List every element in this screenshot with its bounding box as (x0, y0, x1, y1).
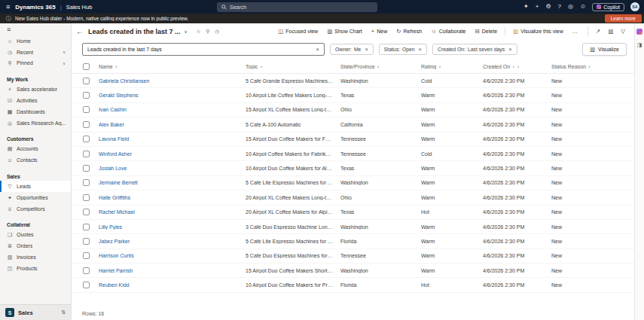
new-button[interactable]: +New (368, 27, 391, 36)
sidebar-item-leads[interactable]: ▽Leads (0, 181, 71, 192)
collaborate-button[interactable]: ☺Collaborate (427, 27, 469, 36)
table-row[interactable]: Josiah Love10 Airpot Duo Coffee Makers f… (72, 161, 634, 175)
sidebar-item-pinned[interactable]: ⚲Pinned∨ (0, 58, 71, 69)
filter-chip-created-on[interactable]: Created On:Last seven days× (432, 44, 517, 55)
person-icon[interactable]: ☺ (580, 4, 586, 10)
row-checkbox[interactable] (83, 194, 90, 201)
remove-chip-icon[interactable]: × (508, 46, 511, 53)
row-checkbox[interactable] (83, 267, 90, 274)
select-all-checkbox[interactable] (83, 63, 90, 70)
sidebar-item-activities[interactable]: ☑Activities (0, 95, 71, 106)
row-checkbox[interactable] (83, 238, 90, 245)
sidebar-item-home[interactable]: ⌂Home (0, 35, 71, 47)
filter-chip-status[interactable]: Status:Open× (379, 44, 427, 55)
avatar[interactable]: SA (630, 2, 639, 11)
column-header-status-reason[interactable]: Status Reason∨ (551, 64, 634, 69)
row-checkbox[interactable] (83, 151, 90, 157)
lead-name-link[interactable]: Ivan Cashin (99, 107, 127, 112)
row-checkbox[interactable] (83, 252, 90, 259)
lead-name-link[interactable]: Rachel Michael (99, 209, 135, 215)
lead-name-link[interactable]: Winford Asher (99, 151, 132, 157)
copilot-pane-icon[interactable] (636, 29, 642, 35)
lead-name-link[interactable]: Lilly Pyles (99, 224, 122, 230)
row-checkbox[interactable] (83, 121, 90, 128)
row-checkbox[interactable] (83, 224, 90, 230)
row-checkbox[interactable] (83, 106, 90, 113)
sidebar-item-contacts[interactable]: ☺Contacts (0, 154, 71, 166)
lead-name-link[interactable]: Harriet Parrish (99, 268, 133, 273)
sidebar-item-recent[interactable]: ◷Recent∨ (0, 47, 71, 58)
lead-name-link[interactable]: Reuben Kidd (99, 282, 129, 288)
row-checkbox[interactable] (83, 136, 90, 142)
table-row[interactable]: Gerald Stephens10 Airpot Lite Coffee Mak… (72, 88, 634, 102)
table-row[interactable]: Winford Asher10 Airpot Coffee Makers for… (72, 147, 634, 161)
sidebar-item-orders[interactable]: ≣Orders (0, 240, 71, 251)
lead-name-link[interactable]: Lavona Field (99, 136, 129, 142)
edit-filters-icon[interactable]: ▽ (618, 26, 628, 36)
row-checkbox[interactable] (83, 165, 90, 172)
table-row[interactable]: Ivan Cashin15 Airpot XL Coffee Makers Lo… (72, 103, 634, 117)
gear-icon[interactable]: ⚙ (545, 4, 551, 10)
column-header-rating[interactable]: Rating∨ (421, 64, 483, 69)
table-row[interactable]: Halle Griffiths20 Airpot XL Coffee Maker… (72, 190, 634, 205)
sidebar-item-products[interactable]: ◫Products (0, 263, 71, 274)
plus-icon[interactable]: + (536, 4, 539, 10)
sidebar-item-invoices[interactable]: ▥Invoices (0, 251, 71, 263)
delete-button[interactable]: ⊟Delete (472, 27, 502, 36)
edit-columns-icon[interactable]: ▥ (605, 26, 616, 36)
sidebar-item-sales-accelerator[interactable]: ⚡Sales accelerator (0, 84, 71, 95)
sidebar-item-opportunities[interactable]: ✦Opportunities (0, 192, 71, 203)
details-pane-icon[interactable]: ◨ (637, 42, 642, 47)
sidebar-item-quotes[interactable]: ❏Quotes (0, 230, 71, 241)
share-icon[interactable]: ↗ (593, 26, 603, 36)
table-row[interactable]: Jabez Parker5 Café Lite Espresso Machine… (72, 234, 634, 248)
recent-icon[interactable]: ◷ (215, 29, 219, 35)
sidebar-collapse-icon[interactable]: ≡ (0, 23, 71, 35)
column-header-created-on[interactable]: Created On↓∨ (483, 64, 551, 69)
column-header-topic[interactable]: Topic∨ (246, 64, 340, 69)
lead-name-link[interactable]: Gerald Stephens (99, 93, 139, 98)
brand-title[interactable]: Dynamics 365 (15, 4, 55, 11)
column-header-state-province[interactable]: State/Province∨ (340, 64, 421, 69)
table-row[interactable]: Lilly Pyles3 Café Duo Espresso Machine L… (72, 220, 634, 234)
refresh-button[interactable]: ↻Refresh (392, 27, 426, 36)
row-checkbox[interactable] (83, 78, 90, 84)
sidebar-item-dashboards[interactable]: ▦Dashboards (0, 106, 71, 117)
learn-more-button[interactable]: Learn more (605, 14, 642, 23)
table-row[interactable]: Harriet Parrish15 Airpot Duo Coffee Make… (72, 264, 634, 278)
table-row[interactable]: Alex Baker5 Café A-100 AutomaticCaliforn… (72, 117, 634, 132)
row-checkbox[interactable] (83, 179, 90, 186)
lead-name-link[interactable]: Jabez Parker (99, 239, 130, 244)
sidebar-item-sales-research-ag[interactable]: ◎Sales Research Ag... (0, 117, 71, 129)
lead-name-link[interactable]: Josiah Love (99, 166, 127, 171)
table-row[interactable]: Harrison Curtis5 Café Duo Espresso Machi… (72, 249, 634, 264)
row-checkbox[interactable] (83, 282, 90, 288)
global-search-box[interactable]: Search (217, 2, 377, 12)
column-header-name[interactable]: Name∨ (99, 64, 246, 69)
lead-name-link[interactable]: Gabriela Christiansen (99, 78, 149, 84)
remove-chip-icon[interactable]: × (365, 46, 368, 53)
more-commands-button[interactable]: … (569, 27, 581, 35)
back-button[interactable]: ← (76, 27, 84, 35)
row-checkbox[interactable] (83, 209, 90, 215)
table-row[interactable]: Jermaine Berrett5 Café Lite Espresso Mac… (72, 176, 634, 190)
lead-name-link[interactable]: Halle Griffiths (99, 195, 130, 200)
table-row[interactable]: Gabriela Christiansen5 Café Grande Espre… (72, 74, 634, 88)
table-row[interactable]: Reuben Kidd10 Airpot Duo Coffee Makers f… (72, 278, 634, 292)
show-chart-button[interactable]: ▥Show Chart (323, 27, 366, 36)
area-switcher[interactable]: S Sales ⇅ (0, 304, 71, 320)
help-icon[interactable]: ? (558, 4, 561, 10)
favorite-icon[interactable]: ☆ (197, 29, 201, 35)
feedback-icon[interactable]: ◎ (568, 4, 573, 10)
table-row[interactable]: Lavona Field15 Airpot Duo Coffee Makers … (72, 133, 634, 147)
lightbulb-icon[interactable]: ✦ (523, 4, 529, 10)
pin-icon[interactable]: ⚲ (206, 29, 209, 35)
focused-view-button[interactable]: ◫Focused view (274, 27, 322, 36)
copilot-button[interactable]: Copilot (592, 3, 624, 11)
hamburger-menu-icon[interactable]: ≡ (6, 3, 10, 11)
row-checkbox[interactable] (83, 92, 90, 99)
visualize-button[interactable]: ▥ Visualize (582, 43, 627, 56)
remove-chip-icon[interactable]: × (419, 46, 422, 53)
clear-search-icon[interactable]: × (316, 46, 319, 53)
lead-name-link[interactable]: Harrison Curtis (99, 253, 134, 258)
